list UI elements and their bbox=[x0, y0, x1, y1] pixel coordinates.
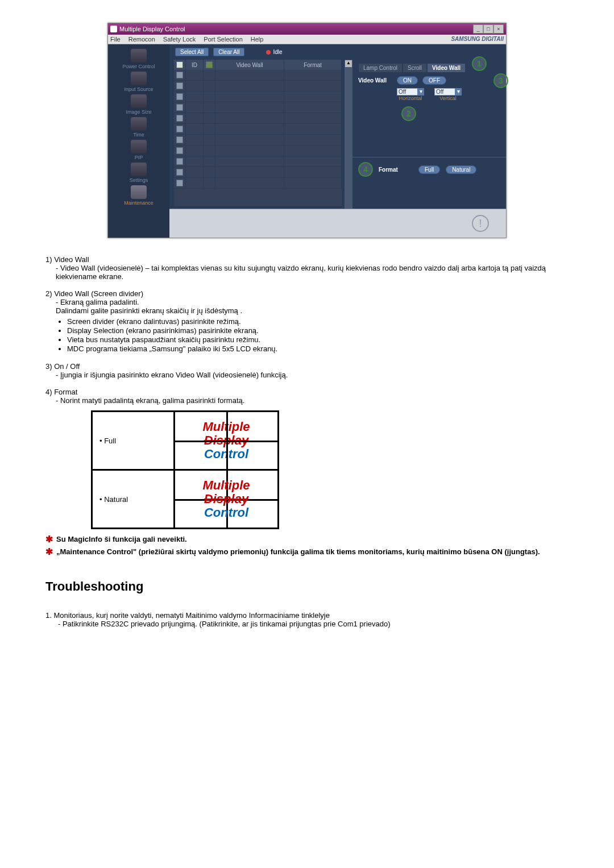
col-video-wall: Video Wall bbox=[215, 60, 284, 70]
table-row[interactable] bbox=[174, 167, 342, 178]
right-panel: 1 Lamp Control Scroll Video Wall Video W… bbox=[352, 60, 506, 209]
app-window: Multiple Display Control _ □ × File Remo… bbox=[107, 23, 507, 238]
image-size-icon bbox=[131, 94, 147, 108]
sidebar-item-power-control[interactable]: Power Control bbox=[122, 49, 155, 69]
col-format: Format bbox=[284, 60, 342, 70]
menu-file[interactable]: File bbox=[110, 36, 121, 43]
table-row[interactable] bbox=[174, 124, 342, 135]
titlebar: Multiple Display Control _ □ × bbox=[108, 23, 506, 35]
status-idle: Idle bbox=[266, 49, 282, 55]
format-full-label: • Full bbox=[92, 412, 175, 470]
clear-all-button[interactable]: Clear All bbox=[213, 48, 244, 56]
pip-icon bbox=[131, 140, 147, 153]
troubleshooting-heading: Troubleshooting bbox=[45, 579, 569, 594]
col-status-icon bbox=[204, 60, 215, 70]
vertical-label: Vertical bbox=[434, 95, 462, 101]
format-natural-button[interactable]: Natural bbox=[446, 165, 476, 174]
menu-help[interactable]: Help bbox=[251, 36, 264, 43]
window-title: Multiple Display Control bbox=[119, 26, 185, 32]
scrollbar[interactable]: ▲ bbox=[344, 60, 352, 209]
tab-lamp-control[interactable]: Lamp Control bbox=[358, 63, 403, 73]
select-all-button[interactable]: Select All bbox=[175, 48, 209, 56]
col-checkbox[interactable] bbox=[174, 60, 186, 70]
callout-1: 1 bbox=[472, 56, 487, 71]
callout-3: 3 bbox=[493, 73, 508, 88]
video-wall-label: Video Wall bbox=[358, 77, 392, 84]
settings-icon bbox=[131, 163, 147, 176]
power-icon bbox=[131, 49, 147, 63]
format-full-button[interactable]: Full bbox=[418, 165, 440, 174]
note-maintenance: ✱ „Maintenance Control" (priežiūrai skir… bbox=[45, 547, 569, 556]
horizontal-select[interactable]: Off▾ bbox=[397, 88, 424, 95]
menu-safety-lock[interactable]: Safety Lock bbox=[163, 36, 196, 43]
item-1: 1) Video Wall - Video Wall (videosienelė… bbox=[45, 255, 569, 281]
tab-video-wall[interactable]: Video Wall bbox=[427, 63, 466, 73]
table-row[interactable] bbox=[174, 156, 342, 167]
table-row[interactable] bbox=[174, 178, 342, 189]
item-3: 3) On / Off - Įjungia ir išjungia pasiri… bbox=[45, 362, 569, 379]
menu-remocon[interactable]: Remocon bbox=[128, 36, 155, 43]
format-full-preview: Multiple Display Control bbox=[175, 412, 279, 470]
table-row[interactable] bbox=[174, 70, 342, 81]
status-bar: ! bbox=[169, 209, 506, 238]
sidebar-item-time[interactable]: Time bbox=[131, 117, 147, 138]
format-natural-preview: Multiple Display Control bbox=[175, 470, 279, 529]
sidebar-item-settings[interactable]: Settings bbox=[130, 163, 148, 183]
table-row[interactable] bbox=[174, 135, 342, 146]
note-magicinfo: ✱ Su MagicInfo ši funkcija gali neveikti… bbox=[45, 535, 569, 544]
app-icon bbox=[110, 26, 117, 32]
menubar: File Remocon Safety Lock Port Selection … bbox=[108, 35, 506, 44]
callout-2: 2 bbox=[401, 106, 416, 121]
horizontal-label: Horizontal bbox=[397, 95, 424, 101]
item-4: 4) Format - Norint matyti padalintą ekra… bbox=[45, 388, 569, 405]
close-button[interactable]: × bbox=[493, 24, 504, 34]
maintenance-icon bbox=[131, 185, 147, 199]
item-2: 2) Video Wall (Screen divider) - Ekraną … bbox=[45, 289, 569, 353]
table-row[interactable] bbox=[174, 92, 342, 102]
sidebar-item-pip[interactable]: PIP bbox=[131, 140, 147, 160]
maximize-button[interactable]: □ bbox=[483, 24, 493, 34]
tab-scroll[interactable]: Scroll bbox=[403, 63, 427, 73]
table-row[interactable] bbox=[174, 102, 342, 113]
format-natural-label: • Natural bbox=[92, 470, 175, 529]
table-row[interactable] bbox=[174, 146, 342, 156]
col-id: ID bbox=[186, 60, 204, 70]
time-icon bbox=[131, 117, 147, 131]
format-examples: • Full Multiple Display Control • Natura… bbox=[91, 410, 279, 529]
chevron-down-icon: ▾ bbox=[455, 88, 462, 95]
minimize-button[interactable]: _ bbox=[473, 24, 483, 34]
video-wall-on-button[interactable]: ON bbox=[397, 76, 418, 85]
idle-dot-icon bbox=[266, 50, 271, 55]
scroll-up-icon[interactable]: ▲ bbox=[345, 60, 352, 67]
input-icon bbox=[131, 72, 147, 85]
table-row[interactable] bbox=[174, 113, 342, 124]
star-icon: ✱ bbox=[45, 535, 53, 544]
chevron-down-icon: ▾ bbox=[417, 88, 424, 95]
sidebar: Power Control Input Source Image Size Ti… bbox=[108, 44, 169, 238]
video-wall-off-button[interactable]: OFF bbox=[422, 76, 446, 85]
format-label: Format bbox=[379, 167, 413, 173]
brand-logo: SAMSUNG DIGITAll bbox=[451, 36, 504, 43]
sidebar-item-image-size[interactable]: Image Size bbox=[126, 94, 151, 115]
vertical-select[interactable]: Off▾ bbox=[434, 88, 462, 95]
sidebar-item-input-source[interactable]: Input Source bbox=[124, 72, 153, 92]
display-table: ID Video Wall Format bbox=[174, 60, 342, 206]
ts-item-1: 1. Monitoriaus, kurį norite valdyti, nem… bbox=[45, 611, 569, 628]
warning-icon: ! bbox=[472, 215, 489, 232]
menu-port-selection[interactable]: Port Selection bbox=[204, 36, 242, 43]
callout-4: 4 bbox=[358, 162, 373, 177]
star-icon: ✱ bbox=[45, 547, 53, 556]
sidebar-item-maintenance[interactable]: Maintenance bbox=[124, 185, 154, 206]
table-row[interactable] bbox=[174, 81, 342, 92]
